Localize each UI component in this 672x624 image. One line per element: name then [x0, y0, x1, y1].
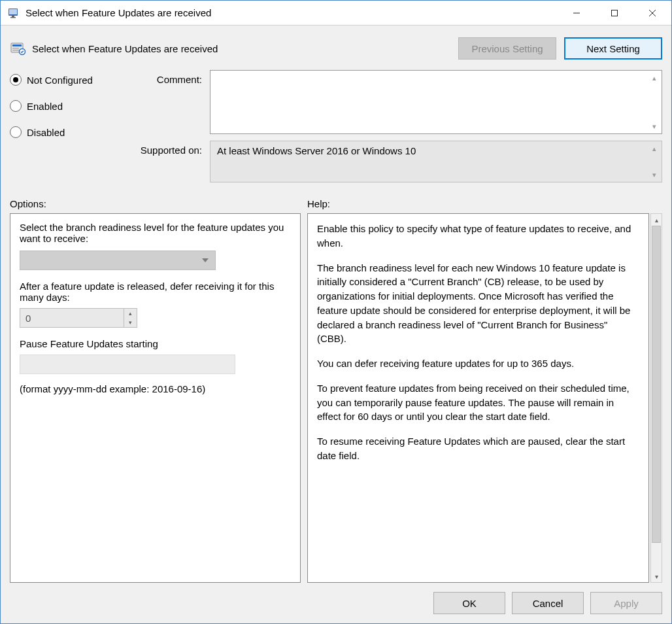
config-area: Not Configured Enabled Disabled Comment:… — [1, 66, 671, 194]
fields-column: Comment: ▴ ▾ Supported on: At least Wind… — [125, 70, 662, 189]
svg-rect-3 — [10, 17, 16, 18]
radio-not-configured[interactable]: Not Configured — [10, 74, 125, 86]
spinner-down-icon[interactable]: ▾ — [124, 318, 137, 327]
options-pane: Select the branch readiness level for th… — [10, 213, 301, 583]
defer-days-text: After a feature update is released, defe… — [20, 281, 291, 303]
supported-on-value: At least Windows Server 2016 or Windows … — [217, 145, 416, 156]
supported-label: Supported on: — [125, 141, 210, 156]
help-heading: Help: — [307, 198, 330, 209]
scrollbar-track[interactable] — [651, 226, 662, 570]
gpedit-dialog: Select when Feature Updates are received… — [0, 0, 672, 624]
defer-days-value: 0 — [20, 309, 124, 327]
help-paragraph: You can defer receiving feature updates … — [317, 356, 639, 371]
branch-readiness-text: Select the branch readiness level for th… — [20, 222, 291, 244]
scrollbar-thumb[interactable] — [652, 226, 661, 543]
scroll-up-icon[interactable]: ▴ — [648, 72, 660, 84]
supported-on-box: At least Windows Server 2016 or Windows … — [210, 141, 662, 182]
radio-label: Disabled — [27, 127, 65, 138]
scroll-down-icon[interactable]: ▾ — [651, 570, 662, 582]
pause-start-date-input[interactable] — [20, 355, 235, 374]
spinner-up-icon[interactable]: ▴ — [124, 309, 137, 318]
options-heading: Options: — [10, 198, 307, 209]
comment-row: Comment: ▴ ▾ — [125, 70, 662, 134]
previous-setting-button[interactable]: Previous Setting — [458, 37, 556, 60]
minimize-button[interactable] — [558, 1, 596, 25]
help-paragraph: The branch readiness level for each new … — [317, 261, 639, 347]
svg-rect-9 — [12, 44, 22, 46]
radio-disabled[interactable]: Disabled — [10, 126, 125, 138]
defer-days-spinner[interactable]: 0 ▴ ▾ — [20, 308, 137, 328]
svg-rect-11 — [12, 50, 19, 51]
next-setting-button[interactable]: Next Setting — [564, 37, 662, 60]
scroll-up-icon[interactable]: ▴ — [651, 214, 662, 226]
help-wrap: Enable this policy to specify what type … — [307, 213, 662, 583]
section-labels: Options: Help: — [1, 194, 671, 213]
state-radio-group: Not Configured Enabled Disabled — [10, 70, 125, 189]
cancel-button[interactable]: Cancel — [512, 592, 584, 614]
scroll-down-icon[interactable]: ▾ — [648, 120, 660, 132]
radio-icon — [10, 100, 22, 112]
svg-rect-5 — [612, 10, 618, 16]
dialog-footer: OK Cancel Apply — [1, 583, 671, 623]
app-icon — [7, 7, 20, 20]
comment-label: Comment: — [125, 70, 210, 85]
help-paragraph: Enable this policy to specify what type … — [317, 222, 639, 251]
help-paragraph: To prevent feature updates from being re… — [317, 381, 639, 424]
help-scrollbar[interactable]: ▴ ▾ — [650, 213, 662, 583]
branch-readiness-dropdown[interactable] — [20, 251, 216, 270]
svg-rect-10 — [12, 48, 19, 49]
radio-label: Enabled — [27, 101, 63, 112]
svg-rect-2 — [12, 16, 14, 17]
radio-enabled[interactable]: Enabled — [10, 100, 125, 112]
minimize-icon — [573, 9, 580, 17]
spinner-buttons: ▴ ▾ — [124, 309, 137, 327]
window-title: Select when Feature Updates are received — [25, 7, 558, 18]
titlebar: Select when Feature Updates are received — [1, 1, 671, 26]
comment-input[interactable]: ▴ ▾ — [210, 70, 662, 134]
close-icon — [648, 9, 656, 17]
ok-button[interactable]: OK — [433, 592, 505, 614]
radio-label: Not Configured — [27, 75, 93, 86]
maximize-icon — [611, 9, 618, 17]
panes: Select the branch readiness level for th… — [1, 213, 671, 583]
help-pane: Enable this policy to specify what type … — [307, 213, 649, 583]
date-format-hint: (format yyyy-mm-dd example: 2016-09-16) — [20, 383, 291, 394]
client-area: Select when Feature Updates are received… — [1, 26, 671, 623]
scroll-up-icon[interactable]: ▴ — [648, 143, 660, 154]
supported-row: Supported on: At least Windows Server 20… — [125, 141, 662, 182]
close-button[interactable] — [633, 1, 671, 25]
header-row: Select when Feature Updates are received… — [1, 26, 671, 66]
svg-rect-1 — [9, 9, 17, 14]
help-paragraph: To resume receiving Feature Updates whic… — [317, 434, 639, 463]
policy-title: Select when Feature Updates are received — [32, 43, 450, 54]
radio-icon — [10, 74, 22, 86]
scroll-down-icon[interactable]: ▾ — [648, 169, 660, 181]
maximize-button[interactable] — [596, 1, 633, 25]
policy-icon — [10, 41, 25, 56]
apply-button[interactable]: Apply — [590, 592, 662, 614]
radio-icon — [10, 126, 22, 138]
window-controls — [558, 1, 671, 25]
pause-updates-text: Pause Feature Updates starting — [20, 338, 291, 349]
